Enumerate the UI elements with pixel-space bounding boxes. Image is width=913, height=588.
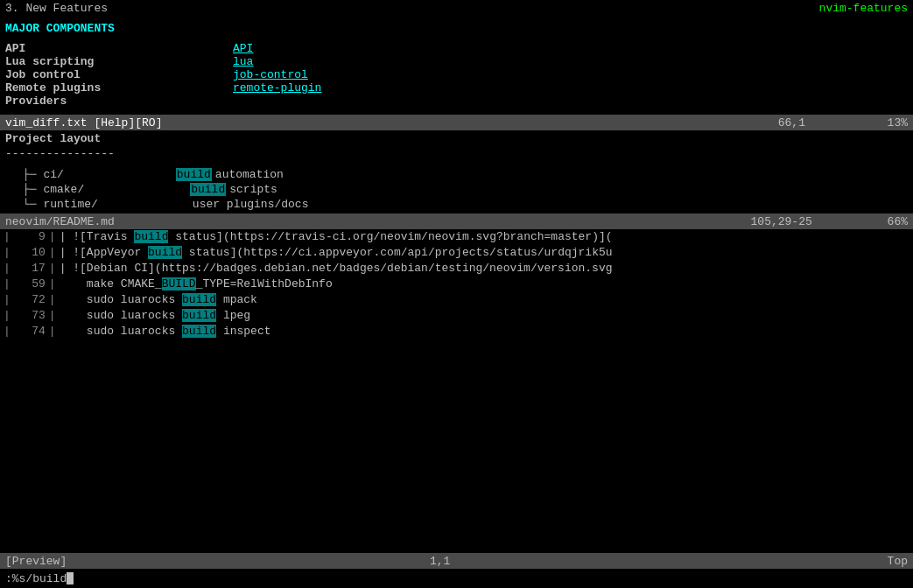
tree-desc-ci: automation — [215, 168, 284, 181]
diff-line-9: | 9 | | ![Travis build status](https://t… — [0, 229, 913, 245]
feature-link-lua[interactable]: lua — [233, 55, 908, 68]
top-pane-content: MAJOR COMPONENTS API API Lua scripting l… — [0, 18, 913, 115]
diff-content-17: | ![Debian CI](https://badges.debian.net… — [60, 261, 613, 276]
feature-link-api[interactable]: API — [233, 42, 908, 55]
statusline-top-pos: 66,1 — [778, 116, 805, 130]
diff-line-10: | 10 | | ![AppVeyor build status](https:… — [0, 245, 913, 261]
statusline-middle-left: neovim/README.md — [5, 215, 115, 228]
tree-tag-ci: build — [176, 168, 212, 181]
diff-num-73: 73 — [14, 308, 46, 324]
feature-label-providers: Providers — [5, 94, 233, 108]
statusline-top-right: 66,1 13% — [778, 116, 908, 130]
diff-line-72: | 72 | sudo luarocks build mpack — [0, 292, 913, 308]
diff-content-59: make CMAKE_BUILD_TYPE=RelWithDebInfo — [60, 276, 333, 292]
diff-sep-9: | — [49, 229, 56, 245]
statusline-preview-pos: 1,1 — [430, 555, 450, 568]
cmdline-text: :%s/build — [5, 572, 67, 585]
diff-sep-74: | — [49, 324, 56, 340]
statusline-top-left: vim_diff.txt [Help][RO] — [5, 116, 162, 130]
diff-sep-59: | — [49, 276, 56, 292]
diff-content-10: | ![AppVeyor build status](https://ci.ap… — [60, 245, 613, 261]
project-layout-heading: Project layout — [5, 132, 908, 145]
diff-content-72: sudo luarocks build mpack — [60, 292, 257, 308]
feature-link-remote[interactable]: remote-plugin — [233, 81, 908, 94]
statusline-preview-left: [Preview] — [5, 555, 67, 568]
statusline-middle-pct: 66% — [888, 215, 908, 228]
feature-label-api: API — [5, 42, 233, 55]
cmdline-cursor — [67, 572, 74, 584]
project-layout-section: Project layout ---------------- ├─ ci/ b… — [0, 130, 913, 214]
project-divider: ---------------- — [5, 147, 908, 160]
diff-content-74: sudo luarocks build inspect — [60, 324, 271, 340]
screen: 3. New Features nvim-features MAJOR COMP… — [0, 0, 913, 588]
diff-bar-72: | — [4, 292, 11, 308]
diff-bar-9: | — [4, 229, 11, 245]
statusline-top-pct: 13% — [888, 116, 908, 130]
diff-line-17: | 17 | | ![Debian CI](https://badges.deb… — [0, 261, 913, 276]
feature-plain-providers — [233, 94, 908, 108]
diff-sep-73: | — [49, 308, 56, 324]
diff-num-17: 17 — [14, 261, 46, 276]
major-components-heading: MAJOR COMPONENTS — [5, 22, 908, 35]
top-header-left: 3. New Features — [5, 2, 108, 15]
statusline-middle: neovim/README.md 105,29-25 66% — [0, 214, 913, 229]
diff-sep-10: | — [49, 245, 56, 261]
diff-bar-59: | — [4, 276, 11, 292]
feature-label-job: Job control — [5, 68, 233, 81]
top-header-right: nvim-features — [819, 2, 908, 15]
tree-item-cmake: ├─ cmake/ build scripts — [5, 182, 908, 197]
tree-desc-cmake: scripts — [229, 183, 277, 196]
diff-num-59: 59 — [14, 276, 46, 292]
statusline-top: vim_diff.txt [Help][RO] 66,1 13% — [0, 115, 913, 130]
diff-bar-74: | — [4, 324, 11, 340]
diff-bar-73: | — [4, 308, 11, 324]
diff-bar-10: | — [4, 245, 11, 261]
tree-branch-cmake: ├─ cmake/ — [23, 183, 84, 196]
diff-content-73: sudo luarocks build lpeg — [60, 308, 250, 324]
diff-pane: | 9 | | ![Travis build status](https://t… — [0, 229, 913, 553]
feature-label-lua: Lua scripting — [5, 55, 233, 68]
feature-link-job[interactable]: job-control — [233, 68, 908, 81]
tree-desc-runtime: user plugins/docs — [193, 198, 309, 211]
tree-item-runtime: └─ runtime/ user plugins/docs — [5, 197, 908, 212]
diff-sep-72: | — [49, 292, 56, 308]
diff-sep-17: | — [49, 261, 56, 276]
diff-line-74: | 74 | sudo luarocks build inspect — [0, 324, 913, 340]
statusline-preview-right: 1,1 Top — [430, 555, 908, 568]
tree-tag-cmake: build — [190, 183, 226, 196]
statusline-middle-pos: 105,29-25 — [751, 215, 812, 228]
cmdline[interactable]: :%s/build — [0, 569, 913, 588]
diff-num-10: 10 — [14, 245, 46, 261]
diff-num-9: 9 — [14, 229, 46, 245]
statusline-middle-right: 105,29-25 66% — [751, 215, 908, 228]
diff-line-59: | 59 | make CMAKE_BUILD_TYPE=RelWithDebI… — [0, 276, 913, 292]
diff-bar-17: | — [4, 261, 11, 276]
diff-num-72: 72 — [14, 292, 46, 308]
diff-num-74: 74 — [14, 324, 46, 340]
tree-branch-runtime: └─ runtime/ — [23, 198, 98, 211]
feature-table: API API Lua scripting lua Job control jo… — [5, 42, 908, 108]
tree-item-ci: ├─ ci/ build automation — [5, 167, 908, 182]
tree-branch-ci: ├─ ci/ — [23, 168, 64, 181]
diff-content-9: | ![Travis build status](https://travis-… — [60, 229, 613, 245]
feature-label-remote: Remote plugins — [5, 81, 233, 94]
top-pane-header: 3. New Features nvim-features — [0, 0, 913, 18]
statusline-preview-top: Top — [888, 555, 908, 568]
statusline-preview: [Preview] 1,1 Top — [0, 553, 913, 569]
diff-line-73: | 73 | sudo luarocks build lpeg — [0, 308, 913, 324]
